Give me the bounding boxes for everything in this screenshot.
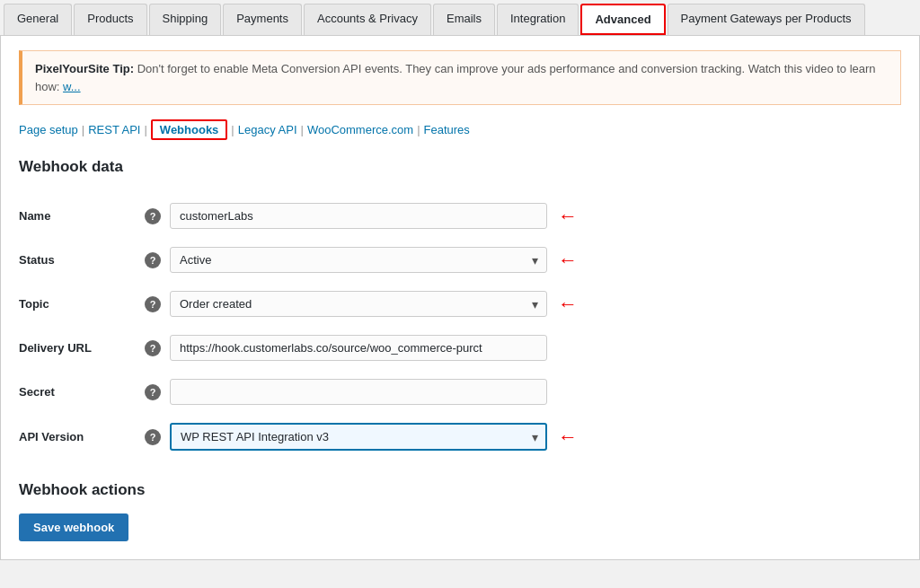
subnav-webhooks[interactable]: Webhooks bbox=[151, 119, 228, 140]
help-icon-status[interactable]: ? bbox=[145, 252, 161, 268]
api-version-select-wrapper: WP REST API Integration v3 WP REST API I… bbox=[170, 423, 547, 451]
subnav-legacy-api[interactable]: Legacy API bbox=[238, 123, 297, 136]
field-row-api-version: API Version ? WP REST API Integration v3… bbox=[19, 414, 901, 460]
tab-shipping[interactable]: Shipping bbox=[149, 4, 222, 35]
notice-link[interactable]: w... bbox=[63, 80, 81, 93]
delivery-url-input[interactable] bbox=[170, 335, 547, 361]
name-input[interactable] bbox=[170, 203, 547, 229]
notice-text: Don't forget to enable Meta Conversion A… bbox=[35, 62, 876, 93]
subnav-page-setup[interactable]: Page setup bbox=[19, 123, 78, 136]
section-title: Webhook data bbox=[19, 158, 901, 176]
status-select[interactable]: Active Paused Disabled bbox=[170, 247, 547, 273]
subnav-rest-api[interactable]: REST API bbox=[88, 123, 140, 136]
field-row-delivery-url: Delivery URL ? bbox=[19, 326, 901, 370]
help-icon-secret[interactable]: ? bbox=[145, 384, 161, 400]
secret-input[interactable] bbox=[170, 379, 547, 405]
tab-accounts-privacy[interactable]: Accounts & Privacy bbox=[304, 4, 431, 35]
notice-prefix: PixelYourSite Tip: bbox=[35, 62, 134, 75]
save-webhook-button[interactable]: Save webhook bbox=[19, 513, 128, 541]
topic-select-wrapper: Order created Order updated Order delete… bbox=[170, 291, 547, 317]
tab-integration[interactable]: Integration bbox=[497, 4, 579, 35]
arrow-api-version: ← bbox=[558, 427, 578, 447]
tab-products[interactable]: Products bbox=[74, 4, 146, 35]
api-version-select[interactable]: WP REST API Integration v3 WP REST API I… bbox=[170, 423, 547, 451]
sep-2: | bbox=[144, 123, 146, 136]
status-select-wrapper: Active Paused Disabled bbox=[170, 247, 547, 273]
tab-bar: General Products Shipping Payments Accou… bbox=[0, 0, 920, 36]
content-area: PixelYourSite Tip: Don't forget to enabl… bbox=[0, 36, 920, 560]
tab-emails[interactable]: Emails bbox=[433, 4, 495, 35]
field-row-secret: Secret ? bbox=[19, 370, 901, 414]
webhook-actions-title: Webhook actions bbox=[19, 481, 901, 499]
label-status: Status bbox=[19, 238, 145, 282]
subnav-features[interactable]: Features bbox=[424, 123, 470, 136]
tab-advanced[interactable]: Advanced bbox=[580, 4, 665, 35]
label-topic: Topic bbox=[19, 282, 145, 326]
help-icon-api-version[interactable]: ? bbox=[145, 429, 161, 445]
tab-general[interactable]: General bbox=[4, 4, 72, 35]
subnav-woocommerce[interactable]: WooCommerce.com bbox=[307, 123, 413, 136]
label-api-version: API Version bbox=[19, 414, 145, 460]
sep-1: | bbox=[82, 123, 84, 136]
help-icon-topic[interactable]: ? bbox=[145, 296, 161, 312]
sep-5: | bbox=[417, 123, 420, 136]
arrow-status: ← bbox=[558, 250, 578, 270]
notice-banner: PixelYourSite Tip: Don't forget to enabl… bbox=[19, 50, 901, 105]
label-delivery-url: Delivery URL bbox=[19, 326, 145, 370]
arrow-topic: ← bbox=[558, 294, 578, 314]
webhook-form: Name ? ← Status ? bbox=[19, 194, 901, 460]
label-secret: Secret bbox=[19, 370, 145, 414]
field-row-name: Name ? ← bbox=[19, 194, 901, 238]
arrow-name: ← bbox=[558, 206, 578, 226]
field-row-status: Status ? Active Paused Disabled ← bbox=[19, 238, 901, 282]
topic-select[interactable]: Order created Order updated Order delete… bbox=[170, 291, 547, 317]
sep-4: | bbox=[301, 123, 304, 136]
help-icon-delivery-url[interactable]: ? bbox=[145, 340, 161, 356]
tab-payment-gateways[interactable]: Payment Gateways per Products bbox=[668, 4, 865, 35]
sub-nav: Page setup | REST API | Webhooks | Legac… bbox=[19, 119, 901, 140]
help-icon-name[interactable]: ? bbox=[145, 208, 161, 224]
label-name: Name bbox=[19, 194, 145, 238]
tab-payments[interactable]: Payments bbox=[223, 4, 302, 35]
sep-3: | bbox=[231, 123, 234, 136]
field-row-topic: Topic ? Order created Order updated Orde… bbox=[19, 282, 901, 326]
